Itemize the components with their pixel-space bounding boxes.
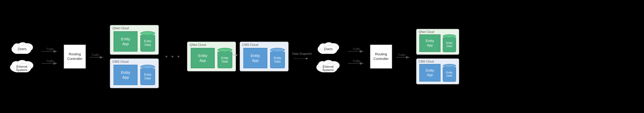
svg-text:Users: Users (324, 47, 333, 51)
svg-text:External: External (322, 65, 334, 68)
cyl-top-cms-1 (140, 65, 155, 69)
cms-contents-1: EntityApp EntityData (114, 65, 155, 85)
cyl-body-cms-1: EntityData (140, 68, 155, 85)
sources-group-1: Users External Systems (9, 41, 38, 72)
cms-label-1: CMS Cloud (112, 60, 128, 64)
segment-1: Users External Systems (9, 25, 159, 88)
entity-app-label-cms-1: EntityApp (121, 70, 130, 80)
qnet-cloud-3: QNet Cloud EntityApp EntityData (416, 29, 459, 55)
entity-app-cms-2: EntityApp (243, 48, 267, 68)
users-cloud-3: Users (317, 41, 343, 54)
data-snapshot-arrow (230, 52, 239, 57)
main-diagram: Users External Systems (0, 0, 644, 113)
qnet-cloud-1: QNet Cloud EntityApp EntityData (110, 25, 159, 55)
entity-data-cms-2: EntityData (270, 48, 285, 68)
qnet-contents-3: EntityApp EntityData (419, 34, 456, 52)
cms-cloud-wrapper-2: CMS Cloud EntityApp EntityData (240, 42, 288, 71)
arrows-to-controller-3: Traffic Traffic (348, 47, 366, 66)
entity-app-qnet-2: EntityApp (191, 48, 215, 68)
traffic-arrow-3a: Traffic (348, 47, 366, 54)
entity-data-cms-1: EntityData (140, 65, 155, 85)
routing-controller-3: RoutingController (370, 45, 392, 69)
sources-group-3: Users External Systems (316, 41, 344, 72)
external-cloud-1: External Systems (9, 58, 38, 72)
svg-text:Traffic: Traffic (352, 48, 360, 51)
cms-contents-3: EntityApp EntityData (419, 64, 456, 82)
svg-text:Traffic: Traffic (46, 60, 54, 63)
cms-cloud-1: CMS Cloud EntityApp EntityData (110, 58, 159, 88)
entity-app-qnet-3: EntityApp (419, 34, 440, 52)
qnet-label-1: QNet Cloud (112, 27, 129, 30)
cms-contents-2: EntityApp EntityData (243, 48, 285, 68)
svg-text:Traffic: Traffic (352, 60, 360, 63)
segment-2: QNet Cloud EntityApp EntityData (187, 42, 288, 71)
svg-text:Systems: Systems (16, 68, 27, 72)
entity-data-cms-3: EntityData (443, 64, 456, 82)
svg-text:Systems: Systems (322, 68, 334, 72)
entity-data-qnet-3: EntityData (443, 34, 456, 52)
cloud-regions-1: QNet Cloud EntityApp EntityData (110, 25, 159, 88)
cyl-body-qnet-1: EntityData (140, 35, 155, 52)
routing-controller-label-1: Routing Controller (66, 52, 84, 61)
routing-controller-label-3: RoutingController (374, 52, 389, 61)
users-cloud-1: Users (11, 41, 36, 54)
cyl-top-qnet-1 (140, 31, 155, 35)
entity-app-label-qnet-1: EntityApp (121, 37, 130, 46)
traffic-arrow-1: Traffic (42, 47, 60, 54)
cms-cloud-3: CMS Cloud EntityApp EntityData (416, 58, 459, 84)
separator-1: • • • (161, 53, 185, 60)
traffic-arrow-out-1: Traffic (90, 53, 106, 60)
svg-text:External: External (16, 65, 27, 68)
qnet-label-2: QNet Cloud (190, 43, 206, 47)
svg-text:Traffic: Traffic (398, 53, 406, 57)
segment-3: Users External Systems (316, 29, 459, 84)
traffic-arrow-3b: Traffic (348, 59, 366, 66)
entity-data-qnet-1: EntityData (140, 31, 155, 52)
routing-controller-1: Routing Controller (64, 45, 86, 69)
cms-label-3: CMS Cloud (419, 60, 434, 63)
entity-data-qnet-2: EntityData (218, 48, 232, 68)
qnet-cloud-2: QNet Cloud EntityApp EntityData (187, 42, 236, 71)
data-snapshot-arrow-main (294, 56, 310, 61)
entity-app-cms-1: EntityApp (114, 65, 138, 85)
data-snapshot-label: Data Snapshot (292, 52, 312, 55)
cms-label-2: CMS Cloud (242, 43, 258, 47)
external-cloud-3: External Systems (316, 58, 344, 72)
data-snapshot-section: Data Snapshot (292, 52, 312, 61)
cms-cloud-2: CMS Cloud EntityApp EntityData (240, 42, 288, 71)
qnet-contents-2: EntityApp EntityData (191, 48, 232, 68)
users-label-1: Users (18, 47, 26, 51)
qnet-label-3: QNet Cloud (419, 30, 434, 34)
segment2-clouds: QNet Cloud EntityApp EntityData (187, 42, 288, 71)
entity-app-cms-3: EntityApp (419, 64, 440, 82)
traffic-arrow-out-3: Traffic (396, 53, 412, 60)
arrows-to-controller-1: Traffic Traffic (42, 47, 60, 66)
cloud-regions-3: QNet Cloud EntityApp EntityData CMS Clou… (416, 29, 459, 84)
svg-text:Traffic: Traffic (46, 48, 54, 51)
traffic-arrow-2: Traffic (42, 59, 60, 66)
entity-app-qnet-1: EntityApp (114, 31, 138, 52)
svg-text:Traffic: Traffic (92, 53, 100, 57)
qnet-contents-1: EntityApp EntityData (114, 31, 155, 52)
